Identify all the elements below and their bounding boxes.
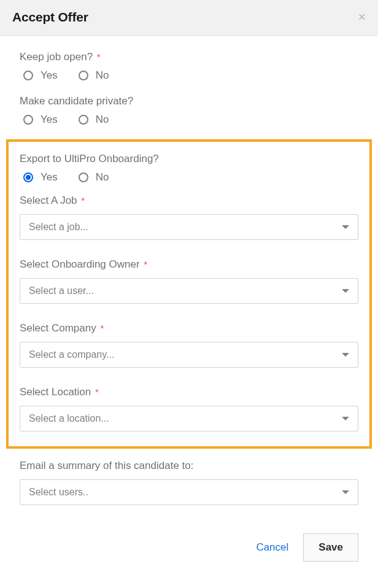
radio-export-yes[interactable]: Yes [23, 171, 58, 184]
radio-row-keep-job: Yes No [20, 69, 358, 82]
select-job-dropdown[interactable]: Select a job... [20, 214, 358, 240]
radio-make-private-no[interactable]: No [79, 114, 109, 126]
radio-keep-job-yes[interactable]: Yes [23, 69, 58, 82]
radio-row-export: Yes No [20, 171, 358, 184]
label-keep-job-open: Keep job open? * [20, 51, 358, 63]
field-make-private: Make candidate private? Yes No [20, 95, 358, 126]
select-placeholder: Select a location... [29, 413, 109, 424]
label-select-job: Select A Job * [20, 195, 358, 207]
save-button[interactable]: Save [303, 533, 358, 562]
field-email-summary: Email a summary of this candidate to: Se… [20, 460, 358, 505]
export-highlight-box: Export to UltiPro Onboarding? Yes No Sel… [6, 139, 372, 449]
radio-icon [79, 71, 88, 80]
label-text: Select Onboarding Owner [20, 258, 140, 270]
field-export-ultipro: Export to UltiPro Onboarding? Yes No [20, 153, 358, 184]
select-email-summary-dropdown[interactable]: Select users.. [20, 479, 358, 505]
field-select-job: Select A Job * Select a job... [20, 195, 358, 240]
field-select-owner: Select Onboarding Owner * Select a user.… [20, 258, 358, 304]
modal-title: Accept Offer [12, 10, 88, 25]
radio-label: Yes [40, 69, 58, 82]
label-select-owner: Select Onboarding Owner * [20, 258, 358, 271]
radio-icon-selected [23, 172, 33, 182]
field-keep-job-open: Keep job open? * Yes No [20, 51, 358, 82]
modal-body: Keep job open? * Yes No Make candidate p… [0, 36, 378, 525]
chevron-down-icon [342, 353, 349, 357]
required-mark: * [95, 387, 99, 397]
label-text: Select Location [20, 386, 91, 398]
radio-label: No [96, 69, 109, 82]
label-text: Keep job open? [20, 51, 93, 63]
radio-label: Yes [40, 171, 58, 184]
field-select-company: Select Company * Select a company... [20, 322, 358, 368]
chevron-down-icon [342, 490, 349, 494]
required-mark: * [144, 259, 147, 269]
radio-icon [23, 115, 33, 125]
label-select-location: Select Location * [20, 386, 358, 398]
label-make-private: Make candidate private? [20, 95, 358, 107]
chevron-down-icon [342, 225, 349, 229]
chevron-down-icon [342, 417, 349, 420]
required-mark: * [97, 52, 101, 62]
required-mark: * [100, 323, 104, 333]
cancel-button[interactable]: Cancel [256, 541, 288, 554]
label-text: Select A Job [20, 195, 77, 206]
modal-header: Accept Offer × [0, 0, 378, 36]
select-placeholder: Select a company... [29, 349, 114, 360]
radio-keep-job-no[interactable]: No [79, 69, 109, 82]
select-placeholder: Select a user... [29, 285, 94, 296]
field-select-location: Select Location * Select a location... [20, 386, 358, 431]
chevron-down-icon [342, 289, 349, 293]
label-text: Select Company [20, 322, 96, 334]
required-mark: * [81, 195, 85, 206]
select-location-dropdown[interactable]: Select a location... [20, 406, 358, 431]
radio-export-no[interactable]: No [79, 171, 109, 184]
modal-footer: Cancel Save [0, 525, 378, 579]
radio-row-make-private: Yes No [20, 114, 358, 126]
close-icon[interactable]: × [358, 10, 366, 24]
radio-icon [79, 115, 88, 125]
label-select-company: Select Company * [20, 322, 358, 335]
radio-label: No [96, 114, 109, 126]
radio-label: Yes [40, 114, 58, 126]
radio-icon [23, 71, 33, 80]
radio-label: No [96, 171, 109, 184]
radio-make-private-yes[interactable]: Yes [23, 114, 58, 126]
select-company-dropdown[interactable]: Select a company... [20, 342, 358, 368]
label-export-ultipro: Export to UltiPro Onboarding? [20, 153, 358, 165]
label-email-summary: Email a summary of this candidate to: [20, 460, 358, 472]
select-placeholder: Select a job... [29, 222, 88, 233]
select-owner-dropdown[interactable]: Select a user... [20, 278, 358, 304]
select-placeholder: Select users.. [29, 487, 88, 498]
radio-icon [79, 172, 88, 182]
